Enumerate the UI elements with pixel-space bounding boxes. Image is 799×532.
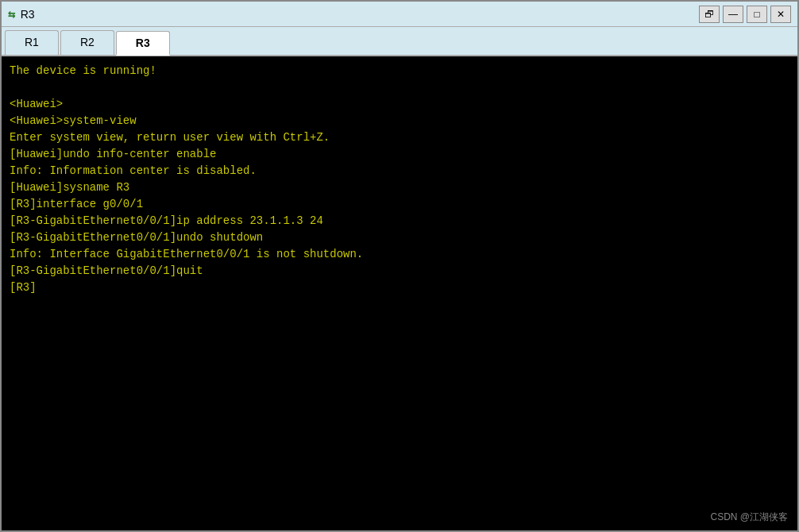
tab-bar: R1 R2 R3 [2,27,797,56]
title-bar: ⇆ R3 🗗 — □ ✕ [2,2,797,27]
terminal-area[interactable]: The device is running! <Huawei> <Huawei>… [2,56,797,530]
main-window: ⇆ R3 🗗 — □ ✕ R1 R2 R3 The device is runn… [0,0,799,532]
close-button[interactable]: ✕ [770,6,791,23]
tab-r1[interactable]: R1 [5,30,59,55]
terminal-output: The device is running! <Huawei> <Huawei>… [10,63,789,296]
minimize-button[interactable]: — [723,6,743,23]
restore-button[interactable]: 🗗 [699,6,720,23]
app-icon: ⇆ [8,6,16,22]
title-bar-left: ⇆ R3 [8,6,35,22]
tab-r3[interactable]: R3 [116,31,170,56]
title-bar-buttons: 🗗 — □ ✕ [699,6,791,23]
window-title: R3 [21,8,35,21]
maximize-button[interactable]: □ [747,6,767,23]
tab-r2[interactable]: R2 [60,30,114,55]
watermark: CSDN @江湖侠客 [710,510,788,524]
